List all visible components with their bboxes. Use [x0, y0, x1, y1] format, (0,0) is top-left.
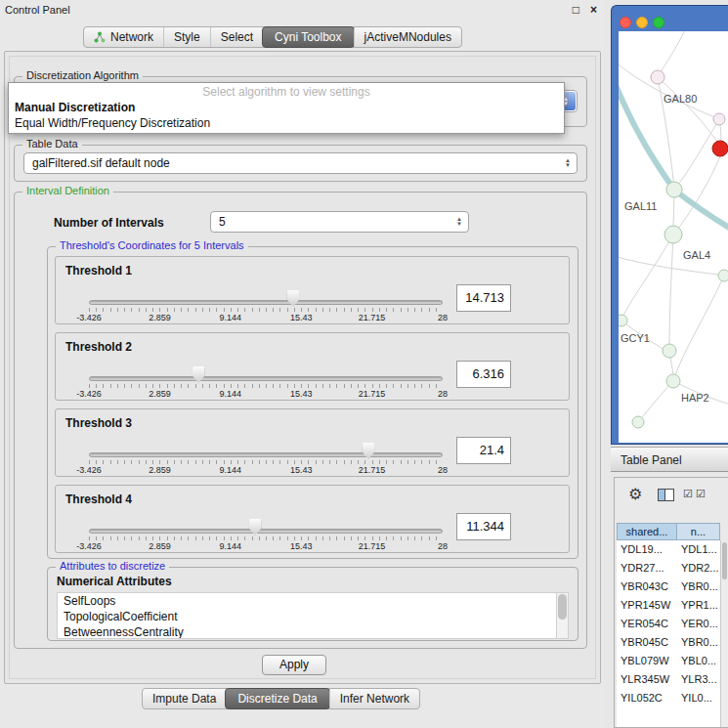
table-cell[interactable]: YDR27... [617, 559, 677, 578]
threshold-2-slider[interactable]: -3.4262.8599.14415.4321.71528 [89, 333, 443, 402]
table-cell[interactable]: YBL0... [677, 652, 720, 670]
table-cell[interactable]: YBL079W [617, 652, 677, 670]
threshold-4-slider[interactable]: -3.4262.8599.14415.4321.71528 [89, 486, 443, 554]
table-row[interactable]: YBL079WYBL0... [617, 652, 720, 670]
network-edge[interactable] [674, 120, 719, 190]
network-edge[interactable] [619, 61, 719, 119]
close-icon[interactable]: × [590, 3, 597, 17]
network-node[interactable] [651, 70, 664, 84]
network-canvas[interactable]: GAL80 GAL11 GAL4 GCY1 HAP2 [619, 31, 728, 443]
table-row[interactable]: YPR145WYPR1... [617, 596, 720, 615]
tab-select[interactable]: Select [210, 27, 263, 47]
attribute-item[interactable]: BetweennessCentrality [58, 624, 568, 639]
table-cell[interactable]: YLR345W [617, 670, 677, 689]
table-row[interactable]: YIL052CYIL0... [617, 689, 720, 707]
column-header[interactable]: n... [677, 523, 720, 540]
table-cell[interactable]: YER0... [677, 615, 720, 633]
column-header[interactable]: shared... [617, 523, 677, 540]
table-cell[interactable]: YIL052C [617, 689, 677, 707]
network-edge[interactable] [669, 235, 673, 344]
network-node[interactable] [664, 226, 682, 243]
number-of-intervals-combo[interactable]: 5 ▲ ▼ [210, 211, 469, 233]
group-title: Attributes to discretize [56, 560, 169, 572]
attribute-item[interactable]: SelfLoops [58, 593, 568, 609]
checkbox-icon[interactable]: ☑ [683, 488, 693, 500]
tab-infer-network[interactable]: Infer Network [329, 689, 419, 708]
tab-cyni-toolbox[interactable]: Cyni Toolbox [262, 26, 354, 48]
slider-track[interactable] [89, 300, 443, 305]
table-cell[interactable]: YDL19... [617, 540, 677, 559]
float-window-icon[interactable]: □ [573, 3, 579, 17]
scrollbar-thumb[interactable] [558, 594, 567, 620]
table-row[interactable]: YLR345WYLR3... [617, 670, 720, 689]
slider-track[interactable] [89, 529, 443, 534]
threshold-2-value[interactable]: 6.316 [456, 361, 511, 388]
popup-option-manual-discretization[interactable]: Manual Discretization [9, 101, 564, 116]
popup-option-equal-width-frequency[interactable]: Equal Width/Frequency Discretization [9, 116, 564, 132]
combo-value: 5 [219, 215, 226, 229]
zoom-window-icon[interactable] [653, 17, 664, 28]
table-cell[interactable]: YBR0... [677, 578, 720, 596]
network-node-selected[interactable] [712, 141, 728, 156]
tick-label: 28 [438, 465, 448, 475]
table-cell[interactable]: YER054C [617, 615, 677, 633]
table-row[interactable]: YDL19...YDL1... [617, 540, 720, 559]
threshold-1-slider[interactable]: -3.4262.8599.14415.4321.71528 [89, 257, 443, 325]
gear-icon[interactable]: ⚙ [628, 485, 642, 503]
network-edge[interactable] [675, 276, 724, 375]
network-node[interactable] [713, 113, 725, 125]
network-edge[interactable] [658, 77, 720, 147]
columns-icon[interactable] [658, 489, 674, 501]
network-edge[interactable] [622, 235, 673, 318]
table-cell[interactable]: YLR3... [677, 670, 720, 689]
tab-discretize-data[interactable]: Discretize Data [225, 688, 329, 709]
network-node[interactable] [666, 182, 682, 197]
table-data-combo[interactable]: galFiltered.sif default node ▲ ▼ [23, 152, 578, 174]
close-window-icon[interactable] [620, 17, 631, 28]
threshold-3-value[interactable]: 21.4 [456, 437, 511, 464]
threshold-3-slider[interactable]: -3.4262.8599.14415.4321.71528 [89, 409, 443, 478]
tick-label: 15.43 [290, 313, 313, 322]
table-cell[interactable]: YDL1... [677, 540, 720, 559]
table-cell[interactable]: YBR0... [677, 633, 720, 652]
tab-style[interactable]: Style [163, 27, 210, 47]
tab-network[interactable]: Network [84, 27, 163, 47]
table-cell[interactable]: YPR145W [617, 596, 677, 615]
slider-track[interactable] [89, 452, 443, 457]
network-node[interactable] [666, 374, 680, 388]
table-row[interactable]: YBR045CYBR0... [617, 633, 720, 652]
combo-stepper[interactable]: ▲ ▼ [456, 217, 462, 227]
network-node[interactable] [619, 315, 627, 326]
number-of-intervals-label: Number of Intervals [54, 216, 164, 230]
table-scrollbar[interactable] [720, 540, 728, 727]
combo-stepper[interactable]: ▲ ▼ [565, 158, 571, 168]
minimize-window-icon[interactable] [636, 17, 648, 28]
attribute-item[interactable]: TopologicalCoefficient [58, 609, 568, 624]
checkbox-icon[interactable]: ☑ [696, 488, 706, 500]
table-row[interactable]: YBR043CYBR0... [617, 578, 720, 596]
table-row[interactable]: YER054CYER0... [617, 615, 720, 633]
threshold-1-value[interactable]: 14.713 [456, 284, 511, 312]
tab-label: Network [110, 30, 153, 44]
network-node[interactable] [632, 416, 644, 428]
slider-track[interactable] [89, 376, 443, 381]
threshold-4-value[interactable]: 11.344 [456, 513, 511, 540]
table-cell[interactable]: YBR043C [617, 578, 677, 596]
table-row[interactable]: YDR27...YDR2... [617, 559, 720, 578]
network-edge[interactable] [673, 197, 674, 226]
network-edge-highlighted[interactable] [675, 191, 728, 229]
apply-button[interactable]: Apply [262, 655, 326, 675]
scrollbar-thumb[interactable] [722, 542, 727, 579]
network-edge[interactable] [638, 385, 669, 422]
tab-impute-data[interactable]: Impute Data [143, 689, 226, 708]
network-node[interactable] [663, 344, 676, 358]
table-cell[interactable]: YIL0... [677, 689, 720, 707]
tab-jactivemnodules[interactable]: jActiveMNodules [354, 27, 461, 47]
list-scrollbar[interactable] [556, 593, 568, 638]
table-cell[interactable]: YDR2... [677, 559, 720, 578]
table-cell[interactable]: YBR045C [617, 633, 677, 652]
table-header-row: shared... n... [617, 523, 720, 540]
table-cell[interactable]: YPR1... [677, 596, 720, 615]
network-node[interactable] [718, 270, 728, 281]
network-edge[interactable] [658, 31, 687, 76]
